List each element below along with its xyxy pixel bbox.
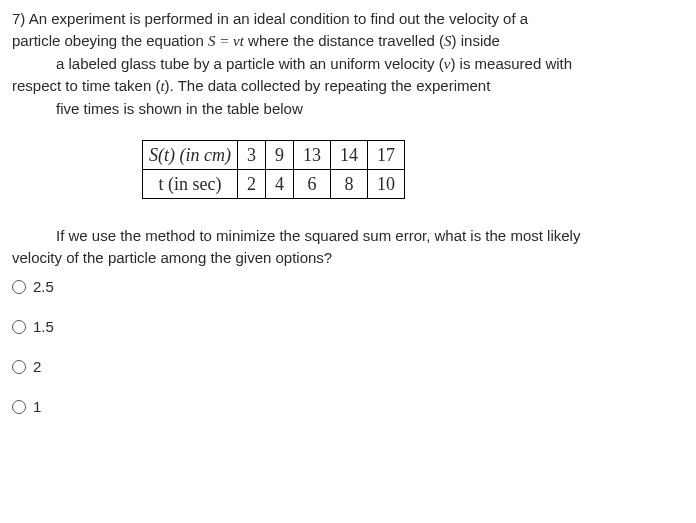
- cell: 14: [330, 140, 367, 169]
- radio-icon[interactable]: [12, 400, 26, 414]
- cell: 6: [293, 169, 330, 198]
- option-label: 1.5: [33, 316, 54, 338]
- cell: 3: [237, 140, 265, 169]
- cell: 4: [265, 169, 293, 198]
- options-group: 2.5 1.5 2 1: [12, 276, 684, 417]
- equation: S = vt: [208, 33, 244, 49]
- row2-header: t (in sec): [158, 174, 221, 194]
- option-d[interactable]: 1: [12, 396, 684, 418]
- cell: 2: [237, 169, 265, 198]
- option-c[interactable]: 2: [12, 356, 684, 378]
- cell: 8: [330, 169, 367, 198]
- option-label: 2: [33, 356, 41, 378]
- radio-icon[interactable]: [12, 320, 26, 334]
- cell: 9: [265, 140, 293, 169]
- table-row: t (in sec) 2 4 6 8 10: [143, 169, 405, 198]
- followup-line-1: If we use the method to minimize the squ…: [12, 225, 684, 247]
- q-line-3: a labeled glass tube by a particle with …: [12, 53, 684, 76]
- data-table: S(t) (in cm) 3 9 13 14 17 t (in sec) 2 4…: [142, 140, 405, 199]
- option-label: 2.5: [33, 276, 54, 298]
- cell: 13: [293, 140, 330, 169]
- q-line-4: respect to time taken (t). The data coll…: [12, 75, 684, 98]
- radio-icon[interactable]: [12, 280, 26, 294]
- q-line-2: particle obeying the equation S = vt whe…: [12, 30, 684, 53]
- row1-header: S(t) (in cm): [149, 145, 231, 165]
- radio-icon[interactable]: [12, 360, 26, 374]
- cell: 10: [367, 169, 404, 198]
- option-b[interactable]: 1.5: [12, 316, 684, 338]
- q-line-1: 7) An experiment is performed in an idea…: [12, 8, 684, 30]
- table-row: S(t) (in cm) 3 9 13 14 17: [143, 140, 405, 169]
- followup-text: If we use the method to minimize the squ…: [12, 225, 684, 269]
- cell: 17: [367, 140, 404, 169]
- q-line-5: five times is shown in the table below: [12, 98, 684, 120]
- option-label: 1: [33, 396, 41, 418]
- followup-line-2: velocity of the particle among the given…: [12, 247, 684, 269]
- option-a[interactable]: 2.5: [12, 276, 684, 298]
- question-prompt: 7) An experiment is performed in an idea…: [12, 8, 684, 120]
